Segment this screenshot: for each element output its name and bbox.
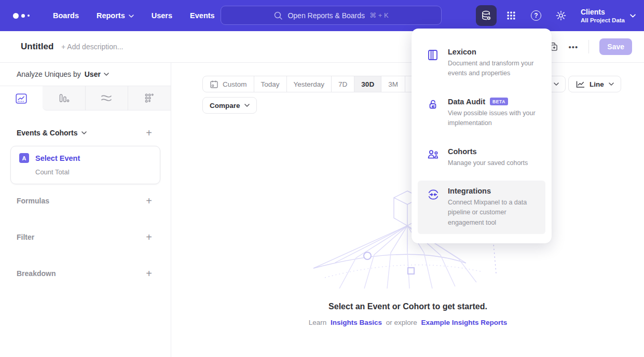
chevron-down-icon [554,83,559,86]
formulas-section: Formulas + [0,196,171,206]
project-selector[interactable]: Clients All Project Data [581,8,636,23]
menu-item-integrations[interactable]: Integrations Connect Mixpanel to a data … [418,181,545,234]
gear-icon [555,10,567,21]
menu-item-lexicon[interactable]: Lexicon Document and transform your even… [418,42,545,85]
count-total-label[interactable]: Count Total [35,168,152,176]
tab-flow-chart[interactable] [85,86,128,111]
navbar-right-controls: ? Clients All Project Data [476,0,636,31]
chevron-down-icon [244,104,250,107]
report-description-placeholder[interactable]: + Add description... [61,31,123,62]
menu-item-description: Connect Mixpanel to a data pipeline or c… [448,198,539,228]
line-chart-icon [576,80,585,88]
example-insights-reports-link[interactable]: Example Insights Reports [421,319,508,326]
lexicon-book-icon [427,49,440,79]
help-button[interactable]: ? [526,5,546,26]
menu-item-data-audit[interactable]: Data Audit BETA View possible issues wit… [418,91,545,135]
cohorts-people-icon [427,148,440,168]
nav-item-users[interactable]: Users [143,0,181,31]
logo-dot [28,15,30,17]
logo-dot [13,13,19,19]
search-placeholder: Open Reports & Boards [287,11,365,20]
report-canvas: Custom Today Yesterday 7D 30D 3M 6M Comp… [172,63,644,357]
breakdown-section: Breakdown + [0,268,171,279]
save-button[interactable]: Save [599,38,632,55]
range-yesterday[interactable]: Yesterday [286,76,332,92]
menu-item-title: Cohorts [448,147,477,156]
insights-basics-link[interactable]: Insights Basics [331,319,382,326]
nav-item-boards[interactable]: Boards [44,0,88,31]
report-header-actions: ••• Save [548,31,632,62]
question-mark-icon: ? [531,10,541,21]
filter-section: Filter + [0,232,171,242]
chevron-down-icon [104,73,109,76]
chevron-down-icon [609,83,614,86]
menu-item-title: Data Audit [448,98,485,106]
date-range-control: Custom Today Yesterday 7D 30D 3M 6M [202,76,429,92]
nav-item-events[interactable]: Events [181,0,224,31]
tab-bar-chart[interactable] [43,86,85,111]
add-filter-button[interactable]: + [146,232,152,242]
breakdown-label: Breakdown [17,269,56,278]
add-breakdown-button[interactable]: + [146,268,152,279]
event-card[interactable]: A Select Event Count Total [10,146,160,184]
select-event-label[interactable]: Select Event [35,154,80,162]
menu-item-title: Lexicon [448,48,476,56]
range-today[interactable]: Today [254,76,286,92]
events-cohorts-section: Events & Cohorts + [0,128,171,138]
or-explore-text: or explore [386,319,417,326]
empty-state-title: Select an Event or Cohort to get started… [172,302,644,311]
chart-style-dropdown-button[interactable]: Line [568,76,621,92]
query-builder-sidebar: Analyze Uniques by User [0,63,171,357]
menu-item-description: Document and transform your events and p… [448,59,539,79]
mixpanel-logo[interactable] [13,13,32,19]
analyze-label: Analyze Uniques by [17,70,81,78]
formulas-label: Formulas [17,197,49,205]
integrations-sync-icon [427,188,440,228]
data-management-button[interactable] [476,5,497,26]
compare-dropdown-button[interactable]: Compare [202,97,257,114]
tab-metrics-grid[interactable] [128,86,171,111]
chevron-down-icon [630,14,636,18]
calendar-icon [210,80,218,89]
more-options-button[interactable]: ••• [569,43,579,51]
line-chart-icon [16,93,27,104]
nav-item-reports[interactable]: Reports [88,0,143,31]
learn-prefix: Learn [309,319,327,326]
flow-stream-icon [100,93,113,103]
events-cohorts-header[interactable]: Events & Cohorts [17,129,87,137]
filter-label: Filter [17,233,34,241]
apps-grid-button[interactable] [501,5,522,26]
report-title[interactable]: Untitled [21,31,53,62]
add-formula-button[interactable]: + [146,196,152,206]
empty-state-subtitle: Learn Insights Basics or explore Example… [172,319,644,326]
tab-line-chart[interactable] [0,86,43,111]
menu-item-cohorts[interactable]: Cohorts Manage your saved cohorts [418,141,545,174]
top-navbar: Boards Reports Users Events Open Reports… [0,0,644,31]
beta-badge: BETA [490,98,508,105]
search-icon [273,11,283,20]
org-name: Clients [581,8,625,17]
data-management-menu: Lexicon Document and transform your even… [412,29,552,243]
divider [588,40,589,53]
logo-dot [21,14,25,18]
ellipsis-icon: ••• [569,43,579,51]
menu-item-description: View possible issues with your implement… [448,108,539,129]
chart-type-tabs [0,86,171,111]
analyze-row: Analyze Uniques by User [0,63,171,86]
grid-apps-icon [506,10,516,21]
analyze-by-dropdown[interactable]: User [85,70,109,78]
range-7d[interactable]: 7D [331,76,354,92]
event-series-badge: A [19,153,29,163]
dot-grid-icon [144,93,155,103]
menu-item-title: Integrations [448,187,491,195]
add-event-button[interactable]: + [146,128,152,138]
global-search-bar[interactable]: Open Reports & Boards ⌘ + K [221,6,442,25]
range-3m[interactable]: 3M [381,76,405,92]
primary-nav: Boards Reports Users Events [44,0,224,31]
range-custom[interactable]: Custom [203,76,254,92]
search-shortcut: ⌘ + K [369,11,389,19]
chevron-down-icon [81,131,87,134]
settings-button[interactable] [551,5,571,26]
database-gear-icon [481,10,492,21]
range-30d-selected[interactable]: 30D [354,76,381,92]
